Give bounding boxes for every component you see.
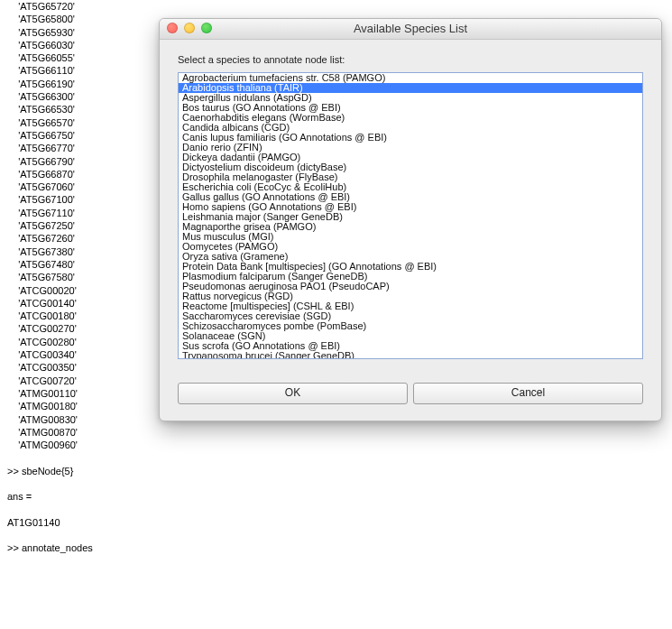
button-row: OK Cancel (178, 383, 643, 404)
dialog-body: Select a species to annotate node list: … (160, 40, 661, 421)
window-controls (167, 23, 212, 33)
dialog-titlebar: Available Species List (160, 19, 661, 40)
close-icon[interactable] (167, 23, 178, 33)
species-item[interactable]: Trypanosoma brucei (Sanger GeneDB) (179, 351, 642, 359)
maximize-icon[interactable] (201, 23, 212, 33)
minimize-icon[interactable] (184, 23, 195, 33)
terminal-output: 'AT5G65720' 'AT5G65800' 'AT5G65930' 'AT5… (7, 0, 93, 555)
dialog-title: Available Species List (354, 22, 467, 35)
species-listbox[interactable]: Agrobacterium tumefaciens str. C58 (PAMG… (178, 72, 643, 359)
species-dialog: Available Species List Select a species … (159, 18, 662, 421)
instruction-label: Select a species to annotate node list: (178, 54, 643, 65)
cancel-button[interactable]: Cancel (413, 383, 643, 404)
ok-button[interactable]: OK (178, 383, 408, 404)
